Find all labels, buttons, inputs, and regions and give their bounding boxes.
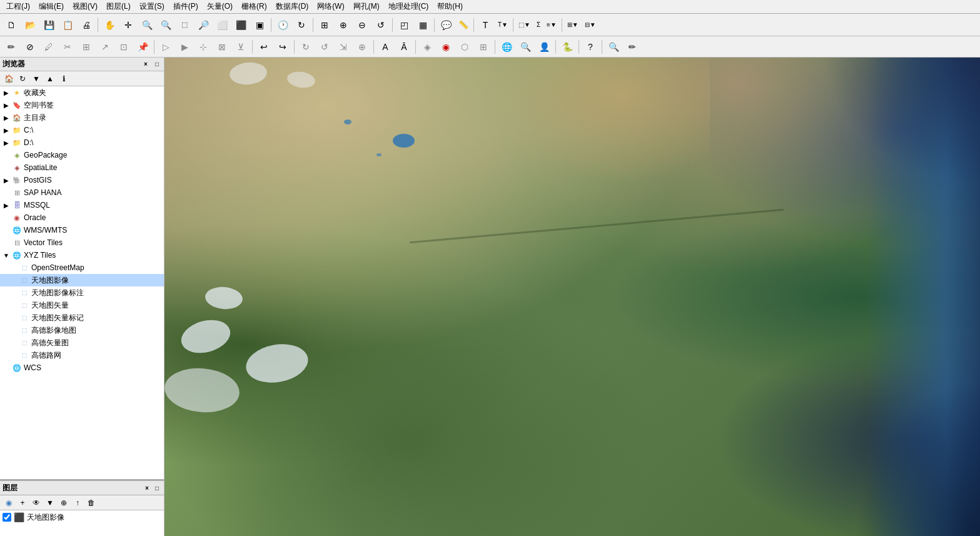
tree-item-tianditu-label[interactable]: ▶ ⬚ 天地图影像标注 [0, 286, 164, 299]
zoom-out2-button[interactable]: ⊖ [353, 16, 371, 34]
digitize4-button[interactable]: ⊞ [78, 38, 95, 56]
tree-item-gaode-img[interactable]: ▶ ⬚ 高德影像地图 [0, 324, 164, 336]
zoom-layer-button[interactable]: ▣ [251, 16, 268, 34]
digitize5-button[interactable]: ↗ [96, 38, 114, 56]
layer-remove-button[interactable]: 🗑 [85, 497, 98, 509]
pan-arrows-button[interactable]: ✛ [119, 16, 137, 34]
current-edits-button[interactable]: ✏ [3, 38, 20, 56]
menu-edit[interactable]: 编辑(E) [35, 0, 68, 13]
menu-project[interactable]: 工程(J) [3, 0, 34, 13]
select2-button[interactable]: ▶ [176, 38, 193, 56]
browser-refresh-button[interactable]: ↻ [16, 73, 29, 85]
menu-raster[interactable]: 栅格(R) [238, 0, 271, 13]
layer-filter-button[interactable]: ▼ [44, 497, 56, 509]
tree-item-xyz[interactable]: ▼ 🌐 XYZ Tiles [0, 249, 164, 261]
tree-item-wcs[interactable]: ▶ 🌐 WCS [0, 362, 164, 374]
snap2-button[interactable]: ◈ [418, 38, 436, 56]
layer-item-tianditu[interactable]: ⬛ 天地图影像 [0, 510, 164, 524]
tree-item-c[interactable]: ▶ 📁 C:\ [0, 124, 164, 136]
identify-button[interactable]: 💬 [437, 16, 455, 34]
zoom-rubber-band-button[interactable]: ⬚ [176, 16, 193, 34]
select1-button[interactable]: ▷ [157, 38, 174, 56]
layer-order-button[interactable]: ⊟▼ [582, 16, 599, 34]
edit-map-button[interactable]: ✏ [624, 38, 641, 56]
browser-float-button[interactable]: □ [153, 60, 161, 69]
digitize7-button[interactable]: 📌 [134, 38, 151, 56]
menu-database[interactable]: 数据库(D) [272, 0, 313, 13]
tree-item-gaode-vec[interactable]: ▶ ⬚ 高德矢量图 [0, 336, 164, 349]
tree-item-vector-tiles[interactable]: ▶ ⊟ Vector Tiles [0, 236, 164, 249]
zoom-full-button[interactable]: ⬜ [213, 16, 231, 34]
menu-help[interactable]: 帮助(H) [433, 0, 467, 13]
save-all-button[interactable]: 🖨 [78, 16, 95, 34]
tree-item-tianditu-img[interactable]: ▶ ⬚ 天地图影像 [0, 274, 164, 286]
layer-visible-checkbox[interactable] [3, 513, 11, 522]
select4-button[interactable]: ⊠ [213, 38, 231, 56]
digitize3-button[interactable]: ✂ [59, 38, 76, 56]
layer-collapse-button[interactable]: ↑ [71, 497, 84, 509]
python-button[interactable]: 🐍 [558, 38, 576, 56]
zoom-native-button[interactable]: ⊞ [316, 16, 333, 34]
qgis-locator-button[interactable]: 🌐 [498, 38, 515, 56]
scale-feature-button[interactable]: ⇲ [335, 38, 352, 56]
tree-item-gaode-road[interactable]: ▶ ⬚ 高德路网 [0, 349, 164, 362]
rotate-button[interactable]: ↺ [372, 16, 390, 34]
statistics-button[interactable]: Σ [534, 16, 543, 34]
select-feature-button[interactable]: ▦ [414, 16, 432, 34]
save-as-button[interactable]: 📋 [59, 16, 76, 34]
select3-button[interactable]: ⊹ [194, 38, 212, 56]
tree-item-home[interactable]: ▶ 🏠 主目录 [0, 111, 164, 124]
zoom-in-button[interactable]: 🔍 [138, 16, 156, 34]
save-project-button[interactable]: 💾 [40, 16, 58, 34]
menu-geoprocessing[interactable]: 地理处理(C) [385, 0, 433, 13]
menu-layer[interactable]: 图层(L) [103, 0, 134, 13]
menu-mesh[interactable]: 网孔(M) [350, 0, 383, 13]
snap3-button[interactable]: ◉ [437, 38, 455, 56]
rotate-point-button[interactable]: ↻ [297, 38, 315, 56]
browser-close-button[interactable]: × [141, 60, 150, 69]
tree-item-mssql[interactable]: ▶ 🗄 MSSQL [0, 199, 164, 211]
label2-button[interactable]: Ā [395, 38, 413, 56]
qgis-user-button[interactable]: 👤 [535, 38, 553, 56]
rotate-feature-button[interactable]: ↺ [316, 38, 333, 56]
locate-button[interactable]: 🔍 [605, 38, 622, 56]
layer-zoom-button[interactable]: ⊕ [58, 497, 70, 509]
digitize6-button[interactable]: ⊡ [115, 38, 133, 56]
new-project-button[interactable]: 🗋 [3, 16, 20, 34]
layer-open-button[interactable]: ◉ [3, 497, 15, 509]
digitize1-button[interactable]: ⊘ [21, 38, 39, 56]
summary-button[interactable]: ≡▼ [544, 16, 559, 34]
browser-filter-button[interactable]: ▼ [30, 73, 43, 85]
layer-add-button[interactable]: + [16, 497, 29, 509]
tree-item-tianditu-vec-label[interactable]: ▶ ⬚ 天地图矢量标记 [0, 311, 164, 324]
new-layout-button[interactable]: ⊞▼ [565, 16, 581, 34]
snap5-button[interactable]: ⊞ [475, 38, 492, 56]
tree-item-favorites[interactable]: ▶ ★ 收藏夹 [0, 86, 164, 99]
menu-vector[interactable]: 矢量(O) [203, 0, 236, 13]
menu-view[interactable]: 视图(V) [69, 0, 101, 13]
digitize2-button[interactable]: 🖊 [40, 38, 58, 56]
layers-close-button[interactable]: × [143, 483, 151, 492]
tree-item-tianditu-vec[interactable]: ▶ ⬚ 天地图矢量 [0, 299, 164, 311]
tree-item-postgis[interactable]: ▶ 🐘 PostGIS [0, 174, 164, 186]
help2-button[interactable]: ? [582, 38, 599, 56]
zoom-selected-button[interactable]: ⬛ [232, 16, 250, 34]
tree-item-wms[interactable]: ▶ 🌐 WMS/WMTS [0, 224, 164, 236]
map-area[interactable] [164, 58, 980, 536]
time-button[interactable]: 🕐 [274, 16, 291, 34]
undo-button[interactable]: ↩ [255, 38, 273, 56]
pan-button[interactable]: ✋ [101, 16, 118, 34]
snap1-button[interactable]: ⊕ [353, 38, 371, 56]
tree-item-saphana[interactable]: ▶ ⊞ SAP HANA [0, 186, 164, 199]
open-project-button[interactable]: 📂 [21, 16, 39, 34]
browser-home-button[interactable]: 🏠 [3, 73, 15, 85]
zoom-in2-button[interactable]: ⊕ [335, 16, 352, 34]
tree-item-geopackage[interactable]: ▶ ◈ GeoPackage [0, 149, 164, 161]
map-tips-button[interactable]: ⬚▼ [516, 16, 533, 34]
browser-collapse-button[interactable]: ▲ [44, 73, 56, 85]
zoom-out-button[interactable]: 🔍 [157, 16, 174, 34]
menu-plugins[interactable]: 插件(P) [169, 0, 202, 13]
menu-network[interactable]: 网络(W) [313, 0, 348, 13]
redo-button[interactable]: ↪ [274, 38, 291, 56]
select-all-button[interactable]: ◰ [395, 16, 413, 34]
